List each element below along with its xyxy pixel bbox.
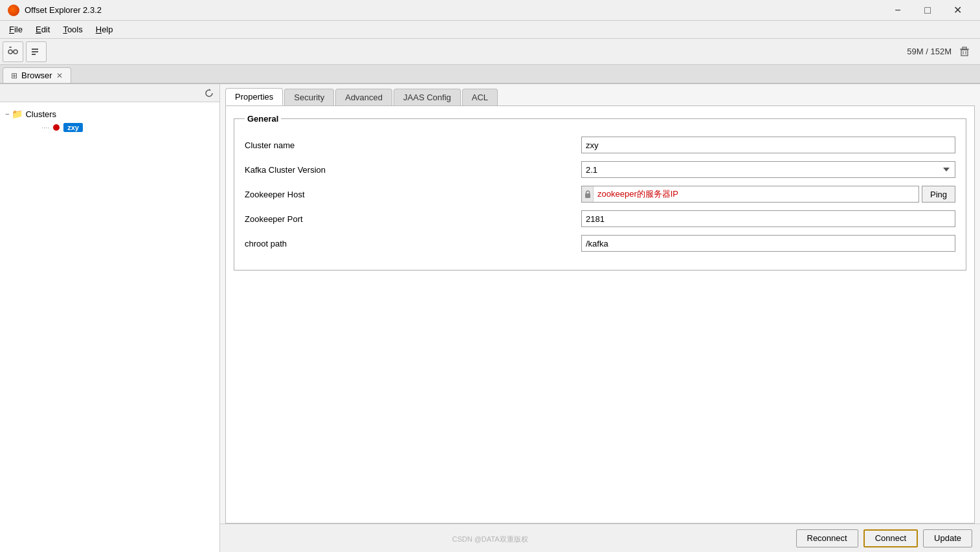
menu-tools[interactable]: Tools (56, 22, 89, 37)
browser-tab-icon: ⊞ (11, 71, 17, 80)
svg-rect-11 (963, 47, 966, 49)
bottom-bar: Reconnect Connect Update (220, 524, 980, 552)
main-layout: − 📁 Clusters ···· zxy Properties Securit… (0, 84, 980, 552)
svg-point-1 (14, 50, 17, 54)
cluster-name-input[interactable] (581, 137, 955, 153)
zookeeper-port-input[interactable] (581, 210, 955, 227)
zookeeper-prefix-icon (582, 186, 594, 202)
tab-jaas-config[interactable]: JAAS Config (394, 89, 461, 105)
svg-marker-14 (209, 89, 211, 91)
tree-expand-icon[interactable]: − (5, 110, 9, 118)
svg-rect-6 (32, 51, 38, 52)
toolbar: 59M / 152M (0, 39, 980, 65)
zookeeper-host-input-wrapper (581, 186, 919, 203)
edit-icon (30, 46, 42, 58)
watermark: CSDN @DATA双重版权 (452, 535, 528, 544)
folder-icon: 📁 (12, 109, 23, 119)
connect-icon (7, 46, 19, 58)
chroot-path-label: chroot path (245, 239, 581, 248)
tree-clusters-item[interactable]: − 📁 Clusters (3, 107, 217, 120)
zookeeper-port-row: Zookeeper Port (245, 210, 955, 227)
tree-connector: ···· (41, 124, 49, 131)
properties-panel: General Cluster name Kafka Cluster Versi… (225, 105, 975, 524)
zookeeper-port-label: Zookeeper Port (245, 214, 581, 224)
browser-tab-close[interactable]: ✕ (56, 71, 63, 80)
menu-bar: File Edit Tools Help (0, 21, 980, 39)
kafka-version-select[interactable]: 2.1 2.0 1.1 1.0 0.10 (581, 161, 955, 178)
connect-toolbar-button[interactable] (3, 41, 23, 62)
update-button[interactable]: Update (923, 529, 972, 547)
cluster-status-dot (53, 124, 60, 131)
kafka-version-row: Kafka Cluster Version 2.1 2.0 1.1 1.0 0.… (245, 161, 955, 178)
title-bar: Offset Explorer 2.3.2 − □ ✕ (0, 0, 980, 21)
minimize-button[interactable]: − (883, 0, 913, 21)
trash-button[interactable] (957, 44, 972, 60)
menu-edit[interactable]: Edit (29, 22, 56, 37)
ping-button[interactable]: Ping (922, 186, 955, 203)
svg-point-0 (8, 50, 12, 54)
reconnect-button[interactable]: Reconnect (796, 529, 858, 547)
content-area: Properties Security Advanced JAAS Config… (220, 84, 980, 552)
cluster-badge[interactable]: zxy (63, 123, 83, 132)
tabs-row: Properties Security Advanced JAAS Config… (220, 84, 980, 105)
tree-area: − 📁 Clusters ···· zxy (0, 102, 219, 137)
sidebar-refresh-button[interactable] (201, 85, 217, 101)
menu-file[interactable]: File (3, 22, 29, 37)
connect-button[interactable]: Connect (863, 529, 918, 547)
chroot-path-input[interactable] (581, 235, 955, 252)
browser-tab-bar: ⊞ Browser ✕ (0, 65, 980, 84)
browser-tab[interactable]: ⊞ Browser ✕ (3, 67, 71, 83)
tab-security[interactable]: Security (284, 89, 334, 105)
general-legend: General (245, 114, 281, 124)
window-controls: − □ ✕ (883, 0, 972, 21)
lock-icon (585, 190, 591, 198)
tab-acl[interactable]: ACL (462, 89, 498, 105)
general-fieldset: General Cluster name Kafka Cluster Versi… (234, 114, 966, 270)
cluster-name-label: Cluster name (245, 140, 581, 150)
tree-child-item[interactable]: ···· zxy (21, 123, 217, 132)
zookeeper-host-row: Zookeeper Host Ping (245, 186, 955, 203)
tab-advanced[interactable]: Advanced (335, 89, 392, 105)
maximize-button[interactable]: □ (913, 0, 942, 21)
memory-display: 59M / 152M (907, 47, 952, 56)
tab-properties[interactable]: Properties (225, 88, 283, 105)
zookeeper-host-label: Zookeeper Host (245, 190, 581, 199)
cluster-name-row: Cluster name (245, 137, 955, 153)
menu-help[interactable]: Help (89, 22, 120, 37)
kafka-version-label: Kafka Cluster Version (245, 165, 581, 175)
svg-rect-15 (585, 193, 590, 198)
svg-rect-5 (32, 49, 38, 50)
chroot-path-row: chroot path (245, 235, 955, 252)
svg-rect-9 (961, 50, 968, 56)
svg-rect-7 (32, 54, 36, 55)
edit-toolbar-button[interactable] (26, 41, 47, 62)
sidebar-toolbar (0, 84, 219, 102)
browser-tab-label: Browser (21, 71, 52, 80)
sidebar: − 📁 Clusters ···· zxy (0, 84, 220, 552)
trash-icon (959, 47, 970, 57)
tree-clusters-label: Clusters (25, 109, 56, 119)
close-button[interactable]: ✕ (942, 0, 972, 21)
app-icon (8, 5, 19, 16)
zookeeper-host-input[interactable] (594, 186, 919, 202)
refresh-icon (204, 88, 214, 98)
app-title: Offset Explorer 2.3.2 (25, 5, 102, 15)
